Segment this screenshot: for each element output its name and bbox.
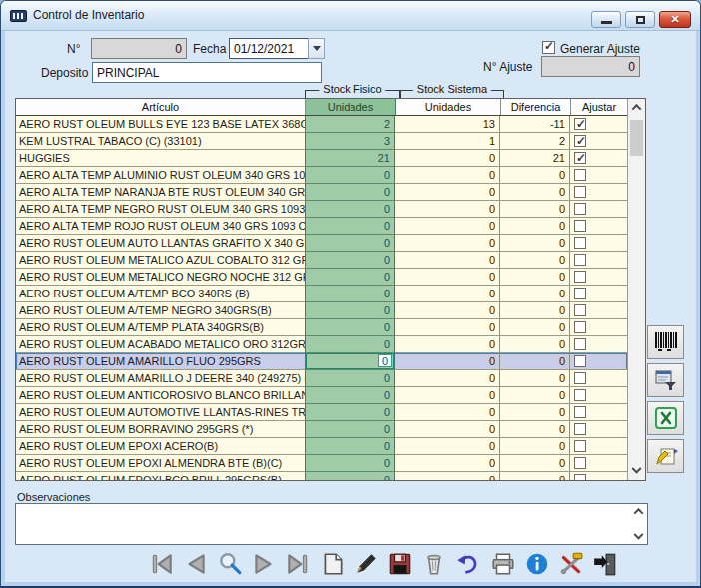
print-button[interactable] [488, 550, 517, 578]
table-row[interactable]: AERO RUST OLEUM EPOXI BCO BRILL 295GRS(B… [16, 472, 627, 480]
table-row[interactable]: AERO RUST OLEUM METALICO AZUL COBALTO 31… [16, 252, 627, 269]
export-form-button[interactable] [647, 363, 684, 397]
cell-stock-fisico-unidades[interactable]: 0 [305, 353, 395, 370]
observaciones-textarea[interactable] [15, 503, 648, 545]
cell-stock-fisico-unidades[interactable]: 2 [305, 116, 395, 133]
scroll-up-button[interactable] [628, 99, 645, 116]
cell-stock-fisico-unidades[interactable]: 0 [305, 167, 395, 184]
first-record-button[interactable] [147, 550, 176, 578]
table-row[interactable]: AERO RUST OLEUM AUTO LLANTAS GRAFITO X 3… [16, 235, 627, 252]
cell-stock-fisico-unidades[interactable]: 0 [305, 421, 395, 438]
last-record-button[interactable] [284, 550, 313, 578]
ajustar-checkbox[interactable] [574, 135, 586, 147]
ajustar-checkbox[interactable] [574, 220, 586, 232]
previous-record-button[interactable] [181, 550, 210, 578]
table-row[interactable]: AERO RUST OLEUM AUTOMOTIVE LLANTAS-RINES… [16, 404, 627, 421]
tools-button[interactable] [557, 550, 586, 578]
ajustar-checkbox[interactable] [574, 304, 586, 316]
cell-stock-fisico-unidades[interactable]: 3 [305, 133, 395, 150]
ajustar-checkbox[interactable] [574, 254, 586, 266]
edit-record-button[interactable] [351, 550, 380, 578]
table-row[interactable]: AERO RUST OLEUM ANTICOROSIVO BLANCO BRIL… [16, 387, 627, 404]
next-record-button[interactable] [250, 550, 279, 578]
ajustar-checkbox[interactable] [574, 152, 586, 164]
table-row[interactable]: AERO ALTA TEMP NEGRO RUST OLEUM 340 GRS … [16, 201, 627, 218]
cell-stock-fisico-unidades[interactable]: 0 [305, 252, 395, 269]
table-row[interactable]: AERO RUST OLEUM ACABADO METALICO ORO 312… [16, 336, 627, 353]
ajustar-checkbox[interactable] [574, 288, 586, 299]
ajustar-checkbox[interactable] [574, 474, 586, 480]
table-vertical-scrollbar[interactable] [627, 99, 645, 480]
save-button[interactable] [386, 550, 415, 578]
generar-ajuste-checkbox[interactable] [542, 41, 555, 54]
cell-stock-fisico-unidades[interactable]: 0 [305, 302, 395, 319]
cell-stock-fisico-unidades[interactable]: 0 [305, 269, 395, 286]
ajustar-checkbox[interactable] [574, 186, 586, 198]
fecha-dropdown-button[interactable] [308, 38, 325, 59]
ajustar-checkbox[interactable] [574, 237, 586, 249]
barcode-button[interactable] [647, 325, 684, 359]
new-record-button[interactable] [318, 550, 347, 578]
table-row[interactable]: AERO RUST OLEUM AMARILLO FLUO 295GRS 0 0… [16, 353, 627, 370]
table-row[interactable]: AERO RUST OLEUM EPOXI ALMENDRA BTE (B)(C… [16, 455, 627, 472]
cell-stock-fisico-unidades[interactable]: 0 [305, 286, 395, 302]
ajustar-checkbox[interactable] [574, 321, 586, 333]
cell-stock-fisico-unidades[interactable]: 0 [305, 184, 395, 201]
ajustar-checkbox[interactable] [574, 203, 586, 215]
cell-stock-fisico-unidades[interactable]: 0 [305, 455, 395, 472]
table-row[interactable]: AERO RUST OLEUM A/TEMP PLATA 340GRS(B) 0… [16, 319, 627, 336]
export-excel-button[interactable] [647, 401, 684, 435]
table-row[interactable]: AERO RUST OLEUM A/TEMP BCO 340RS (B) 0 0… [16, 286, 627, 302]
scroll-down-button[interactable] [628, 463, 645, 480]
ajustar-checkbox[interactable] [574, 423, 586, 435]
table-row[interactable]: AERO RUST OLEUM BORRAVINO 295GRS (*) 0 0… [16, 421, 627, 438]
table-row[interactable]: AERO ALTA TEMP ALUMINIO RUST OLEUM 340 G… [16, 167, 627, 184]
cell-stock-fisico-unidades[interactable]: 0 [305, 201, 395, 218]
cell-stock-fisico-unidades[interactable]: 0 [305, 370, 395, 387]
table-row[interactable]: AERO RUST OLEUM A/TEMP NEGRO 340GRS(B) 0… [16, 302, 627, 319]
ajustar-checkbox[interactable] [574, 118, 586, 130]
table-row[interactable]: AERO RUST OLEUM EPOXI ACERO(B) 0 0 0 [16, 438, 627, 455]
cell-stock-fisico-unidades[interactable]: 0 [305, 438, 395, 455]
scrollbar-thumb[interactable] [630, 120, 643, 156]
cell-stock-fisico-unidades[interactable]: 0 [305, 319, 395, 336]
ajustar-checkbox[interactable] [574, 169, 586, 181]
table-row[interactable]: AERO RUST OLEUM METALICO NEGRO NOCHE 312… [16, 269, 627, 286]
table-row[interactable]: AERO RUST OLEUM AMARILLO J DEERE 340 (24… [16, 370, 627, 387]
ajustar-checkbox[interactable] [574, 338, 586, 350]
ajustar-checkbox[interactable] [574, 389, 586, 401]
table-row[interactable]: AERO ALTA TEMP NARANJA BTE RUST OLEUM 34… [16, 184, 627, 201]
exit-button[interactable] [591, 550, 620, 578]
close-button[interactable]: ✕ [659, 11, 691, 28]
table-row[interactable]: AERO RUST OLEUM BULLS EYE 123 BASE LATEX… [16, 116, 627, 133]
cell-stock-fisico-unidades[interactable]: 0 [305, 472, 395, 480]
fecha-field[interactable]: 01/12/2021 [229, 38, 309, 59]
table-row[interactable]: KEM LUSTRAL TABACO (C) (33101) 3 1 2 [16, 133, 627, 150]
cell-stock-fisico-unidades[interactable]: 0 [305, 404, 395, 421]
table-row[interactable]: HUGGIES 21 0 21 [16, 150, 627, 167]
scroll-up-button[interactable] [630, 504, 647, 518]
ajustar-checkbox[interactable] [574, 355, 586, 367]
cell-stock-fisico-unidades[interactable]: 0 [305, 235, 395, 252]
cell-editor[interactable]: 0 [378, 354, 392, 367]
cell-stock-fisico-unidades[interactable]: 0 [305, 387, 395, 404]
cell-stock-fisico-unidades[interactable]: 0 [305, 218, 395, 235]
quick-notes-button[interactable] [647, 439, 684, 473]
ajustar-checkbox[interactable] [574, 457, 586, 469]
delete-button[interactable] [420, 550, 449, 578]
ajustar-checkbox[interactable] [574, 372, 586, 384]
maximize-button[interactable] [625, 11, 655, 28]
observaciones-scrollbar[interactable] [630, 504, 647, 544]
undo-button[interactable] [454, 550, 483, 578]
info-button[interactable] [522, 550, 551, 578]
search-button[interactable] [215, 550, 244, 578]
cell-stock-fisico-unidades[interactable]: 21 [305, 150, 395, 167]
ajustar-checkbox[interactable] [574, 271, 586, 283]
minimize-button[interactable] [591, 11, 621, 28]
deposito-field[interactable]: PRINCIPAL [92, 62, 322, 83]
ajustar-checkbox[interactable] [574, 440, 586, 452]
ajustar-checkbox[interactable] [574, 406, 586, 418]
scroll-down-button[interactable] [630, 530, 647, 544]
table-row[interactable]: AERO ALTA TEMP ROJO RUST OLEUM 340 GRS 1… [16, 218, 627, 235]
cell-stock-fisico-unidades[interactable]: 0 [305, 336, 395, 353]
